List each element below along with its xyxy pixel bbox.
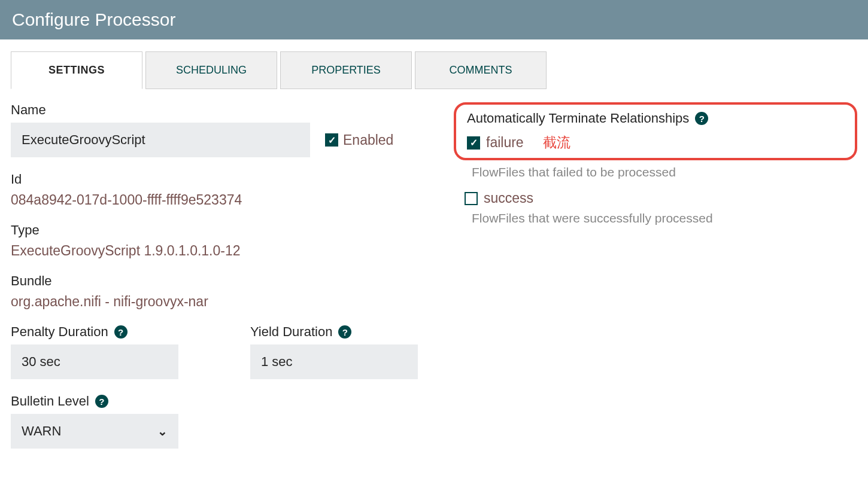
tab-scheduling[interactable]: SCHEDULING	[145, 51, 277, 89]
relationship-failure-checkbox[interactable]	[467, 136, 480, 150]
bulletin-level-value: WARN	[22, 423, 61, 439]
settings-body: Name ExecuteGroovyScript Enabled Id 084a…	[11, 102, 857, 449]
settings-left-column: Name ExecuteGroovyScript Enabled Id 084a…	[11, 102, 430, 449]
yield-duration-label-text: Yield Duration	[250, 324, 332, 340]
type-label: Type	[11, 222, 430, 238]
bundle-label: Bundle	[11, 273, 430, 289]
enabled-checkbox[interactable]	[325, 133, 338, 147]
auto-terminate-header-text: Automatically Terminate Relationships	[467, 111, 689, 126]
bulletin-level-label-text: Bulletin Level	[11, 394, 89, 409]
relationship-failure-desc: FlowFiles that failed to be processed	[472, 165, 857, 179]
dialog-header: Configure Processor	[0, 0, 868, 39]
tab-settings[interactable]: SETTINGS	[11, 51, 142, 89]
relationship-success-desc: FlowFiles that were successfully process…	[472, 211, 857, 225]
name-input[interactable]: ExecuteGroovyScript	[11, 123, 310, 157]
name-label: Name	[11, 102, 430, 118]
yield-duration-input[interactable]: 1 sec	[250, 344, 418, 379]
bulletin-level-field: Bulletin Level ? WARN ⌄	[11, 394, 430, 449]
dialog-content: SETTINGS SCHEDULING PROPERTIES COMMENTS …	[0, 39, 868, 461]
bundle-value: org.apache.nifi - nifi-groovyx-nar	[11, 294, 430, 310]
help-icon[interactable]: ?	[95, 395, 108, 408]
relationship-failure[interactable]: failure 截流	[467, 133, 844, 152]
help-icon[interactable]: ?	[114, 325, 128, 339]
help-icon[interactable]: ?	[338, 325, 351, 339]
type-value: ExecuteGroovyScript 1.9.0.1.0.1.0-12	[11, 243, 430, 259]
auto-terminate-header: Automatically Terminate Relationships ?	[467, 111, 844, 126]
relationship-failure-name: failure	[486, 135, 524, 151]
settings-right-column: Automatically Terminate Relationships ? …	[454, 102, 857, 449]
penalty-duration-field: Penalty Duration ? 30 sec	[11, 324, 178, 379]
name-row: ExecuteGroovyScript Enabled	[11, 123, 430, 157]
relationship-success-name: success	[484, 190, 533, 206]
yield-duration-label: Yield Duration ?	[250, 324, 418, 340]
chevron-down-icon: ⌄	[157, 424, 168, 438]
relationship-success-checkbox[interactable]	[465, 192, 478, 205]
enabled-label: Enabled	[343, 132, 393, 148]
penalty-duration-label: Penalty Duration ?	[11, 324, 178, 340]
tab-bar: SETTINGS SCHEDULING PROPERTIES COMMENTS	[11, 51, 857, 89]
relationship-success[interactable]: success	[465, 190, 857, 206]
bulletin-level-label: Bulletin Level ?	[11, 394, 430, 409]
id-label: Id	[11, 172, 430, 187]
yield-duration-field: Yield Duration ? 1 sec	[250, 324, 418, 379]
enabled-checkbox-wrap[interactable]: Enabled	[325, 132, 393, 148]
tab-comments[interactable]: COMMENTS	[415, 51, 547, 89]
duration-row: Penalty Duration ? 30 sec Yield Duration…	[11, 324, 430, 379]
dialog-title: Configure Processor	[12, 10, 856, 30]
penalty-duration-label-text: Penalty Duration	[11, 324, 108, 340]
relationship-success-block: success	[465, 190, 857, 206]
annotation-highlight: Automatically Terminate Relationships ? …	[454, 102, 857, 160]
help-icon[interactable]: ?	[695, 112, 708, 125]
tab-properties[interactable]: PROPERTIES	[280, 51, 412, 89]
penalty-duration-input[interactable]: 30 sec	[11, 344, 178, 379]
id-value: 084a8942-017d-1000-ffff-ffff9e523374	[11, 192, 430, 208]
annotation-label: 截流	[543, 133, 570, 152]
bulletin-level-select[interactable]: WARN ⌄	[11, 414, 178, 449]
